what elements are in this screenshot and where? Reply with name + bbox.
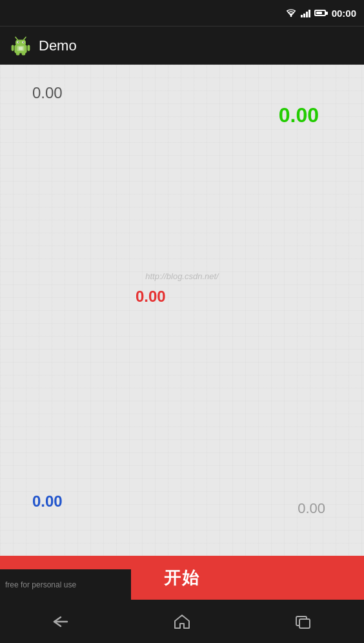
battery-icon (314, 10, 328, 16)
value-top-left: 0.00 (32, 84, 63, 102)
start-button-label: 开始 (164, 567, 200, 589)
status-icons: 00:00 (285, 8, 356, 19)
recent-icon (295, 614, 312, 629)
svg-rect-11 (16, 52, 20, 55)
back-icon (52, 615, 70, 629)
action-bar: Demo (0, 26, 364, 65)
svg-rect-12 (22, 52, 26, 55)
value-top-right: 0.00 (279, 103, 319, 127)
back-button[interactable] (0, 600, 121, 643)
svg-line-7 (15, 37, 17, 39)
status-bar: 00:00 (0, 0, 364, 26)
main-content: 0.00 0.00 http://blog.csdn.net/ 0.00 0.0… (0, 65, 364, 556)
app-title: Demo (39, 37, 77, 54)
value-bottom-right: 0.00 (298, 500, 325, 517)
home-icon (174, 614, 190, 629)
free-text-label: free for personal use (5, 580, 76, 589)
svg-point-0 (290, 16, 292, 17)
wifi-icon (285, 8, 297, 17)
svg-rect-2 (15, 39, 26, 46)
svg-point-5 (18, 41, 19, 43)
recent-button[interactable] (243, 600, 364, 643)
value-center: 0.00 (136, 288, 166, 306)
home-button[interactable] (121, 600, 243, 643)
svg-line-8 (24, 37, 26, 39)
svg-rect-9 (12, 45, 14, 51)
nav-bar: free for personal use (0, 600, 364, 643)
status-time: 00:00 (332, 8, 356, 19)
svg-rect-17 (299, 619, 310, 628)
svg-rect-10 (27, 45, 30, 51)
app-icon (10, 36, 31, 56)
svg-point-6 (23, 41, 25, 43)
svg-rect-14 (19, 47, 23, 50)
watermark-text: http://blog.csdn.net/ (145, 271, 218, 281)
free-text-container: free for personal use (0, 569, 131, 600)
signal-icon (301, 8, 310, 17)
value-bottom-left: 0.00 (32, 492, 63, 511)
